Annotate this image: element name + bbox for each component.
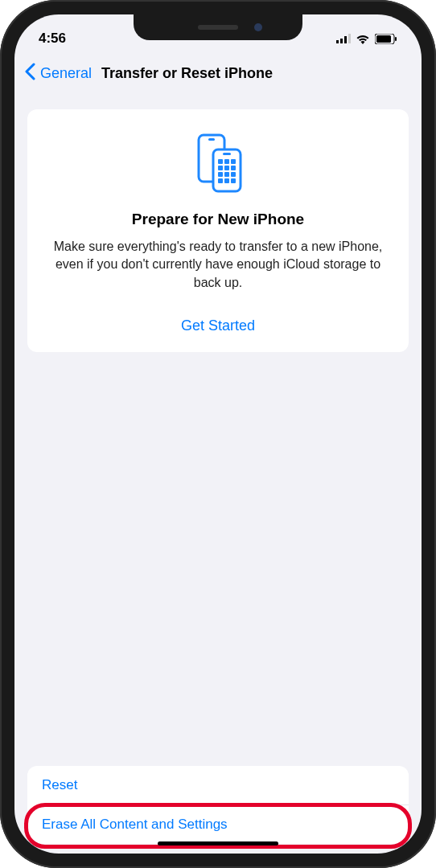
svg-rect-22 — [231, 178, 236, 183]
svg-rect-8 — [208, 138, 215, 141]
svg-rect-5 — [376, 35, 391, 43]
devices-transfer-icon — [186, 130, 250, 194]
page-title: Transfer or Reset iPhone — [101, 65, 273, 82]
home-indicator[interactable] — [158, 841, 278, 845]
screen: 4:56 General Transfer or Reset iPhone — [14, 14, 422, 854]
svg-rect-21 — [224, 178, 229, 183]
content-area: Prepare for New iPhone Make sure everyth… — [14, 93, 422, 854]
back-button-label[interactable]: General — [40, 65, 92, 82]
svg-rect-17 — [218, 172, 223, 177]
svg-rect-15 — [224, 166, 229, 170]
prepare-card: Prepare for New iPhone Make sure everyth… — [27, 109, 409, 352]
svg-rect-12 — [224, 159, 229, 164]
nav-bar: General Transfer or Reset iPhone — [14, 53, 422, 93]
reset-button[interactable]: Reset — [27, 766, 409, 805]
svg-rect-0 — [336, 40, 339, 43]
reset-options-group: Reset Erase All Content and Settings — [27, 766, 409, 844]
cellular-signal-icon — [336, 34, 351, 43]
card-description: Make sure everything's ready to transfer… — [43, 238, 393, 292]
card-title: Prepare for New iPhone — [43, 211, 393, 228]
svg-rect-6 — [395, 37, 397, 41]
get-started-button[interactable]: Get Started — [43, 317, 393, 334]
status-time: 4:56 — [39, 31, 66, 47]
back-chevron-icon[interactable] — [23, 61, 37, 86]
battery-icon — [375, 34, 397, 44]
svg-rect-19 — [231, 172, 236, 177]
svg-rect-10 — [223, 153, 231, 155]
svg-rect-16 — [231, 166, 236, 170]
erase-all-button[interactable]: Erase All Content and Settings — [27, 805, 409, 844]
phone-frame: 4:56 General Transfer or Reset iPhone — [0, 0, 436, 868]
svg-rect-11 — [218, 159, 223, 164]
svg-rect-2 — [344, 36, 347, 43]
svg-rect-20 — [218, 178, 223, 183]
svg-rect-3 — [348, 34, 351, 43]
svg-rect-18 — [224, 172, 229, 177]
wifi-icon — [356, 34, 370, 44]
svg-rect-13 — [231, 159, 236, 164]
svg-rect-14 — [218, 166, 223, 170]
notch — [134, 14, 302, 40]
svg-rect-1 — [340, 39, 343, 43]
